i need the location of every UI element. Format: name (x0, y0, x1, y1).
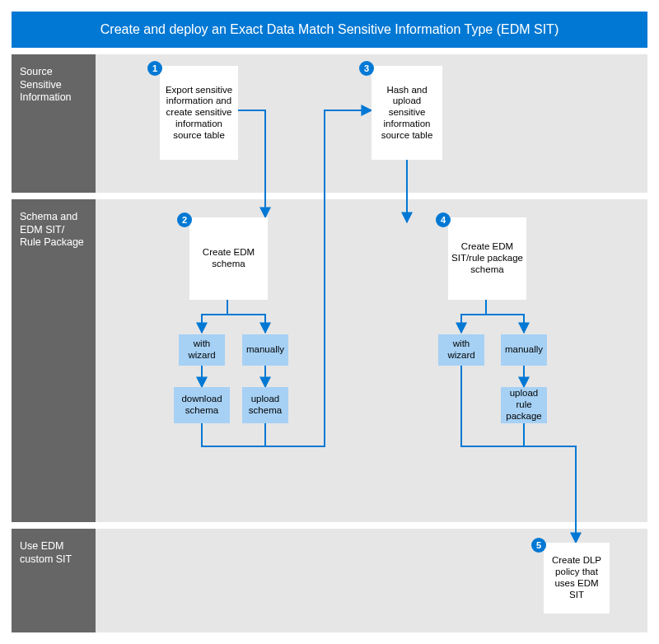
node-schema-wizard: with wizard (179, 334, 225, 366)
node-download-schema-text: download schema (177, 394, 227, 417)
badge-5: 5 (531, 538, 546, 553)
title-text: Create and deploy an Exact Data Match Se… (100, 22, 559, 37)
node-create-rule-package-text: Create EDM SIT/rule package schema (451, 241, 523, 275)
band-schema-label: Schema and EDM SIT/ Rule Package (12, 199, 96, 522)
node-upload-schema: upload schema (242, 387, 288, 423)
node-export-source: Export sensitive information and create … (160, 66, 238, 160)
band-use-label: Use EDM custom SIT (12, 529, 96, 632)
node-upload-rule-package-text: upload rule package (504, 388, 544, 422)
node-schema-wizard-text: with wizard (182, 338, 222, 362)
node-schema-manual-text: manually (246, 344, 284, 356)
node-rule-wizard: with wizard (438, 334, 484, 366)
node-hash-upload-text: Hash and upload sensitive information so… (375, 85, 439, 142)
node-schema-manual: manually (242, 334, 288, 366)
node-rule-wizard-text: with wizard (442, 338, 481, 362)
node-create-dlp-policy: Create DLP policy that uses EDM SIT (544, 543, 610, 614)
node-upload-rule-package: upload rule package (501, 387, 547, 423)
node-rule-manual-text: manually (505, 344, 543, 356)
node-download-schema: download schema (174, 387, 230, 423)
node-create-rule-package: Create EDM SIT/rule package schema (448, 217, 526, 300)
title-bar: Create and deploy an Exact Data Match Se… (12, 12, 647, 48)
node-create-schema: Create EDM schema (189, 217, 268, 300)
band-schema: Schema and EDM SIT/ Rule Package (12, 196, 647, 522)
badge-2: 2 (177, 212, 192, 227)
diagram-frame: Create and deploy an Exact Data Match Se… (12, 12, 647, 632)
node-create-dlp-policy-text: Create DLP policy that uses EDM SIT (547, 555, 606, 600)
node-upload-schema-text: upload schema (245, 394, 285, 417)
badge-4: 4 (436, 212, 451, 227)
badge-3: 3 (359, 61, 374, 76)
band-source: Source Sensitive Information (12, 51, 647, 193)
node-create-schema-text: Create EDM schema (193, 247, 264, 270)
node-export-source-text: Export sensitive information and create … (163, 85, 235, 142)
node-hash-upload: Hash and upload sensitive information so… (372, 66, 442, 160)
band-source-label: Source Sensitive Information (12, 54, 96, 193)
node-rule-manual: manually (501, 334, 547, 366)
badge-1: 1 (147, 61, 162, 76)
diagram-canvas: Create and deploy an Exact Data Match Se… (0, 0, 659, 644)
